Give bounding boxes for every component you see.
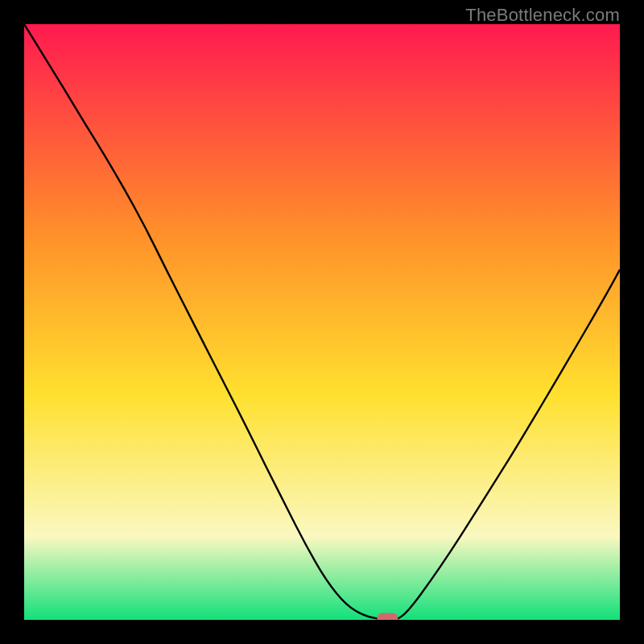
watermark-text: TheBottleneck.com [465, 5, 620, 26]
optimum-marker [377, 613, 398, 621]
gradient-background [24, 24, 620, 620]
plot-area [24, 24, 620, 620]
chart-stage: TheBottleneck.com [0, 0, 644, 644]
chart-svg [24, 24, 620, 620]
